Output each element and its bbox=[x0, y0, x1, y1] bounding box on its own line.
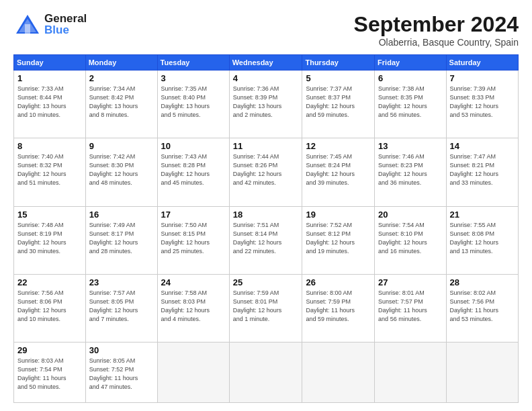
day-info: Sunrise: 7:37 AMSunset: 8:37 PMDaylight:… bbox=[306, 85, 371, 120]
day-info: Sunrise: 8:01 AMSunset: 7:57 PMDaylight:… bbox=[378, 289, 442, 324]
table-row: 12Sunrise: 7:45 AMSunset: 8:24 PMDayligh… bbox=[302, 138, 375, 206]
day-number: 8 bbox=[17, 141, 82, 151]
day-number: 30 bbox=[89, 345, 154, 355]
table-row: 22Sunrise: 7:56 AMSunset: 8:06 PMDayligh… bbox=[14, 274, 86, 342]
day-number: 1 bbox=[17, 73, 82, 83]
table-row: 24Sunrise: 7:58 AMSunset: 8:03 PMDayligh… bbox=[157, 274, 229, 342]
table-row: 19Sunrise: 7:52 AMSunset: 8:12 PMDayligh… bbox=[302, 206, 375, 274]
day-number: 26 bbox=[306, 277, 371, 287]
logo-line2: Blue bbox=[44, 24, 87, 36]
day-number: 28 bbox=[450, 277, 515, 287]
day-number: 24 bbox=[161, 277, 226, 287]
day-info: Sunrise: 7:34 AMSunset: 8:42 PMDaylight:… bbox=[89, 85, 154, 120]
day-info: Sunrise: 7:56 AMSunset: 8:06 PMDaylight:… bbox=[17, 289, 82, 324]
day-number: 6 bbox=[378, 73, 442, 83]
day-info: Sunrise: 7:38 AMSunset: 8:35 PMDaylight:… bbox=[378, 85, 442, 120]
table-row: 30Sunrise: 8:05 AMSunset: 7:52 PMDayligh… bbox=[85, 342, 157, 403]
table-row bbox=[302, 342, 375, 403]
day-number: 7 bbox=[450, 73, 515, 83]
table-row: 28Sunrise: 8:02 AMSunset: 7:56 PMDayligh… bbox=[446, 274, 518, 342]
day-info: Sunrise: 7:49 AMSunset: 8:17 PMDaylight:… bbox=[89, 221, 154, 256]
day-info: Sunrise: 7:51 AMSunset: 8:14 PMDaylight:… bbox=[233, 221, 299, 256]
day-info: Sunrise: 7:55 AMSunset: 8:08 PMDaylight:… bbox=[450, 221, 515, 256]
day-info: Sunrise: 7:52 AMSunset: 8:12 PMDaylight:… bbox=[306, 221, 371, 256]
table-row: 11Sunrise: 7:44 AMSunset: 8:26 PMDayligh… bbox=[229, 138, 302, 206]
day-number: 29 bbox=[17, 345, 82, 355]
col-friday: Friday bbox=[375, 55, 446, 71]
day-number: 9 bbox=[89, 141, 154, 151]
day-number: 11 bbox=[233, 141, 299, 151]
day-info: Sunrise: 7:59 AMSunset: 8:01 PMDaylight:… bbox=[233, 289, 299, 324]
table-row: 20Sunrise: 7:54 AMSunset: 8:10 PMDayligh… bbox=[375, 206, 446, 274]
day-number: 5 bbox=[306, 73, 371, 83]
table-row: 3Sunrise: 7:35 AMSunset: 8:40 PMDaylight… bbox=[157, 71, 229, 138]
day-info: Sunrise: 7:33 AMSunset: 8:44 PMDaylight:… bbox=[17, 85, 82, 120]
day-number: 16 bbox=[89, 210, 154, 220]
location: Olaberria, Basque Country, Spain bbox=[354, 37, 519, 48]
day-number: 2 bbox=[89, 73, 154, 83]
day-number: 10 bbox=[161, 141, 226, 151]
day-info: Sunrise: 7:40 AMSunset: 8:32 PMDaylight:… bbox=[17, 152, 82, 187]
table-row: 10Sunrise: 7:43 AMSunset: 8:28 PMDayligh… bbox=[157, 138, 229, 206]
table-row: 6Sunrise: 7:38 AMSunset: 8:35 PMDaylight… bbox=[375, 71, 446, 138]
table-row: 8Sunrise: 7:40 AMSunset: 8:32 PMDaylight… bbox=[14, 138, 86, 206]
day-info: Sunrise: 7:46 AMSunset: 8:23 PMDaylight:… bbox=[378, 152, 442, 187]
day-number: 21 bbox=[450, 210, 515, 220]
day-info: Sunrise: 8:03 AMSunset: 7:54 PMDaylight:… bbox=[17, 357, 82, 392]
day-info: Sunrise: 7:50 AMSunset: 8:15 PMDaylight:… bbox=[161, 221, 226, 256]
table-row: 18Sunrise: 7:51 AMSunset: 8:14 PMDayligh… bbox=[229, 206, 302, 274]
day-info: Sunrise: 7:35 AMSunset: 8:40 PMDaylight:… bbox=[161, 85, 226, 120]
col-tuesday: Tuesday bbox=[157, 55, 229, 71]
day-number: 14 bbox=[450, 141, 515, 151]
table-row: 13Sunrise: 7:46 AMSunset: 8:23 PMDayligh… bbox=[375, 138, 446, 206]
day-number: 25 bbox=[233, 277, 299, 287]
svg-rect-2 bbox=[25, 24, 30, 34]
logo-line1: General bbox=[44, 13, 87, 24]
day-number: 4 bbox=[233, 73, 299, 83]
table-row bbox=[229, 342, 302, 403]
table-row: 21Sunrise: 7:55 AMSunset: 8:08 PMDayligh… bbox=[446, 206, 518, 274]
col-wednesday: Wednesday bbox=[229, 55, 302, 71]
table-row: 27Sunrise: 8:01 AMSunset: 7:57 PMDayligh… bbox=[375, 274, 446, 342]
day-info: Sunrise: 7:54 AMSunset: 8:10 PMDaylight:… bbox=[378, 221, 442, 256]
header: General Blue September 2024 Olaberria, B… bbox=[13, 12, 519, 48]
table-row: 7Sunrise: 7:39 AMSunset: 8:33 PMDaylight… bbox=[446, 71, 518, 138]
table-row: 29Sunrise: 8:03 AMSunset: 7:54 PMDayligh… bbox=[14, 342, 86, 403]
calendar-table: Sunday Monday Tuesday Wednesday Thursday… bbox=[13, 54, 519, 403]
day-number: 13 bbox=[378, 141, 442, 151]
day-info: Sunrise: 8:00 AMSunset: 7:59 PMDaylight:… bbox=[306, 289, 371, 324]
table-row: 17Sunrise: 7:50 AMSunset: 8:15 PMDayligh… bbox=[157, 206, 229, 274]
table-row: 4Sunrise: 7:36 AMSunset: 8:39 PMDaylight… bbox=[229, 71, 302, 138]
logo-icon bbox=[13, 12, 42, 36]
table-row: 25Sunrise: 7:59 AMSunset: 8:01 PMDayligh… bbox=[229, 274, 302, 342]
logo-text: General Blue bbox=[44, 13, 87, 36]
day-info: Sunrise: 7:42 AMSunset: 8:30 PMDaylight:… bbox=[89, 152, 154, 187]
day-info: Sunrise: 7:57 AMSunset: 8:05 PMDaylight:… bbox=[89, 289, 154, 324]
table-row: 2Sunrise: 7:34 AMSunset: 8:42 PMDaylight… bbox=[85, 71, 157, 138]
calendar-header-row: Sunday Monday Tuesday Wednesday Thursday… bbox=[14, 55, 519, 71]
day-number: 15 bbox=[17, 210, 82, 220]
day-info: Sunrise: 7:48 AMSunset: 8:19 PMDaylight:… bbox=[17, 221, 82, 256]
table-row: 16Sunrise: 7:49 AMSunset: 8:17 PMDayligh… bbox=[85, 206, 157, 274]
col-saturday: Saturday bbox=[446, 55, 518, 71]
title-section: September 2024 Olaberria, Basque Country… bbox=[354, 12, 519, 48]
day-number: 19 bbox=[306, 210, 371, 220]
day-number: 17 bbox=[161, 210, 226, 220]
day-info: Sunrise: 7:45 AMSunset: 8:24 PMDaylight:… bbox=[306, 152, 371, 187]
col-monday: Monday bbox=[85, 55, 157, 71]
day-info: Sunrise: 7:58 AMSunset: 8:03 PMDaylight:… bbox=[161, 289, 226, 324]
table-row bbox=[157, 342, 229, 403]
day-number: 23 bbox=[89, 277, 154, 287]
table-row: 14Sunrise: 7:47 AMSunset: 8:21 PMDayligh… bbox=[446, 138, 518, 206]
day-info: Sunrise: 8:05 AMSunset: 7:52 PMDaylight:… bbox=[89, 357, 154, 392]
table-row: 9Sunrise: 7:42 AMSunset: 8:30 PMDaylight… bbox=[85, 138, 157, 206]
day-number: 20 bbox=[378, 210, 442, 220]
table-row bbox=[375, 342, 446, 403]
col-thursday: Thursday bbox=[302, 55, 375, 71]
day-info: Sunrise: 7:43 AMSunset: 8:28 PMDaylight:… bbox=[161, 152, 226, 187]
page: General Blue September 2024 Olaberria, B… bbox=[0, 0, 532, 411]
table-row: 1Sunrise: 7:33 AMSunset: 8:44 PMDaylight… bbox=[14, 71, 86, 138]
table-row: 5Sunrise: 7:37 AMSunset: 8:37 PMDaylight… bbox=[302, 71, 375, 138]
month-title: September 2024 bbox=[354, 12, 519, 37]
day-number: 3 bbox=[161, 73, 226, 83]
